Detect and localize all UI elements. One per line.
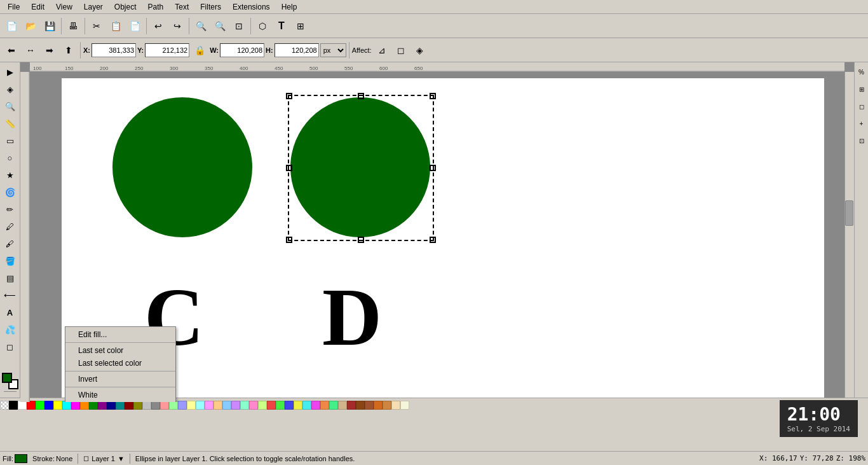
palette-wheat[interactable] bbox=[391, 401, 400, 410]
text-tool-button[interactable]: T bbox=[273, 17, 290, 35]
menu-object[interactable]: Object bbox=[109, 1, 142, 13]
measure-tool[interactable]: 📏 bbox=[2, 115, 18, 132]
scrollbar-right[interactable] bbox=[844, 72, 854, 402]
handle-tm[interactable] bbox=[358, 93, 364, 99]
palette-tan[interactable] bbox=[338, 401, 347, 410]
handle-bl[interactable] bbox=[286, 237, 292, 243]
palette-transparent[interactable] bbox=[0, 401, 9, 410]
copy-button[interactable]: 📋 bbox=[107, 17, 125, 35]
palette-c4[interactable] bbox=[187, 401, 196, 410]
menu-help[interactable]: Help bbox=[276, 1, 302, 13]
spray-tool[interactable]: 💦 bbox=[2, 321, 18, 338]
h-input[interactable] bbox=[275, 43, 319, 57]
palette-lime[interactable] bbox=[36, 401, 44, 410]
palette-c8[interactable] bbox=[222, 401, 231, 410]
palette-c11[interactable] bbox=[249, 401, 258, 410]
palette-c14[interactable] bbox=[276, 401, 285, 410]
handle-mr[interactable] bbox=[430, 165, 436, 171]
menu-text[interactable]: Text bbox=[170, 1, 194, 13]
zoom-out-button[interactable]: 🔍 bbox=[211, 17, 229, 35]
rect-tool[interactable]: ▭ bbox=[2, 132, 18, 149]
unit-select[interactable]: pxmmcmin bbox=[320, 43, 346, 57]
gradient-tool[interactable]: ▤ bbox=[2, 270, 18, 286]
pen-tool[interactable]: 🖊 bbox=[2, 218, 18, 235]
w-input[interactable] bbox=[220, 43, 264, 57]
palette-blue[interactable] bbox=[44, 401, 53, 410]
palette-c6[interactable] bbox=[205, 401, 214, 410]
fill-square[interactable] bbox=[2, 373, 12, 383]
affect-filter-button[interactable]: ◈ bbox=[411, 41, 429, 59]
palette-c15[interactable] bbox=[285, 401, 294, 410]
ctx-black[interactable]: Black bbox=[65, 401, 175, 402]
palette-peru[interactable] bbox=[383, 401, 391, 410]
spiral-tool[interactable]: 🌀 bbox=[2, 184, 18, 200]
redo-button[interactable]: ↪ bbox=[168, 17, 186, 35]
eraser-tool[interactable]: ◻ bbox=[2, 338, 18, 355]
paste-button[interactable]: 📄 bbox=[126, 17, 144, 35]
ctx-edit-fill[interactable]: Edit fill... bbox=[65, 328, 175, 341]
node-tool[interactable]: ◈ bbox=[2, 81, 18, 97]
ctx-white[interactable]: White bbox=[65, 389, 175, 401]
palette-c9[interactable] bbox=[231, 401, 240, 410]
palette-sienna[interactable] bbox=[365, 401, 374, 410]
select-tool[interactable]: ▶ bbox=[2, 64, 18, 80]
circle-left[interactable] bbox=[112, 97, 252, 237]
undo-button[interactable]: ↩ bbox=[149, 17, 167, 35]
handle-ml[interactable] bbox=[286, 165, 292, 171]
palette-saddlebrown[interactable] bbox=[356, 401, 365, 410]
scroll-thumb[interactable] bbox=[845, 200, 853, 226]
snap-btn-4[interactable]: + bbox=[854, 115, 868, 132]
y-input[interactable] bbox=[145, 43, 189, 57]
open-button[interactable]: 📂 bbox=[22, 17, 39, 35]
affect-stroke-button[interactable]: ◻ bbox=[392, 41, 410, 59]
zoom-tool[interactable]: 🔍 bbox=[2, 98, 18, 115]
align-center-button[interactable]: ↔ bbox=[22, 41, 39, 59]
node-editor-button[interactable]: ⬡ bbox=[254, 17, 271, 35]
lock-ratio-button[interactable]: 🔒 bbox=[191, 41, 208, 59]
new-button[interactable]: 📄 bbox=[3, 17, 20, 35]
menu-view[interactable]: View bbox=[51, 1, 78, 13]
canvas-area[interactable]: 100 150 200 250 300 350 400 450 500 550 … bbox=[20, 62, 854, 412]
bucket-tool[interactable]: 🪣 bbox=[2, 253, 18, 269]
palette-brown[interactable] bbox=[347, 401, 356, 410]
palette-black[interactable] bbox=[9, 401, 18, 410]
handle-bm[interactable] bbox=[358, 237, 364, 243]
snap-btn-3[interactable]: ◻ bbox=[854, 98, 868, 115]
xml-editor-button[interactable]: ⊞ bbox=[292, 17, 309, 35]
palette-c12[interactable] bbox=[258, 401, 267, 410]
pencil-tool[interactable]: ✏ bbox=[2, 201, 18, 218]
ctx-last-selected-color[interactable]: Last selected color bbox=[65, 357, 175, 370]
palette-c19[interactable] bbox=[320, 401, 329, 410]
menu-extensions[interactable]: Extensions bbox=[227, 1, 275, 13]
ellipse-tool[interactable]: ○ bbox=[2, 149, 18, 166]
palette-beige[interactable] bbox=[400, 401, 409, 410]
align-right-button[interactable]: ➡ bbox=[41, 41, 58, 59]
connector-tool[interactable]: ⟵ bbox=[2, 287, 18, 303]
palette-yellow[interactable] bbox=[53, 401, 62, 410]
palette-c10[interactable] bbox=[240, 401, 249, 410]
palette-chocolate[interactable] bbox=[374, 401, 383, 410]
star-tool[interactable]: ★ bbox=[2, 167, 18, 183]
zoom-in-button[interactable]: 🔍 bbox=[192, 17, 210, 35]
menu-layer[interactable]: Layer bbox=[79, 1, 108, 13]
ctx-invert[interactable]: Invert bbox=[65, 373, 175, 385]
zoom-fit-button[interactable]: ⊡ bbox=[230, 17, 248, 35]
text-tool[interactable]: A bbox=[2, 304, 18, 321]
save-button[interactable]: 💾 bbox=[41, 17, 58, 35]
palette-c7[interactable] bbox=[214, 401, 222, 410]
align-left-button[interactable]: ⬅ bbox=[3, 41, 20, 59]
canvas-content[interactable]: C D Edit fill... Last set color Last sel… bbox=[30, 72, 844, 402]
x-input[interactable] bbox=[92, 43, 136, 57]
affect-geom-button[interactable]: ⊿ bbox=[373, 41, 391, 59]
menu-filters[interactable]: Filters bbox=[195, 1, 226, 13]
menu-path[interactable]: Path bbox=[143, 1, 169, 13]
calligraphy-tool[interactable]: 🖋 bbox=[2, 235, 18, 252]
snap-btn-1[interactable]: % bbox=[854, 64, 868, 80]
palette-c3[interactable] bbox=[178, 401, 187, 410]
cut-button[interactable]: ✂ bbox=[88, 17, 105, 35]
snap-btn-2[interactable]: ⊞ bbox=[854, 81, 868, 97]
handle-br[interactable] bbox=[430, 237, 436, 243]
fill-color-swatch[interactable] bbox=[15, 454, 27, 463]
handle-tr[interactable] bbox=[430, 93, 436, 99]
align-top-button[interactable]: ⬆ bbox=[60, 41, 78, 59]
